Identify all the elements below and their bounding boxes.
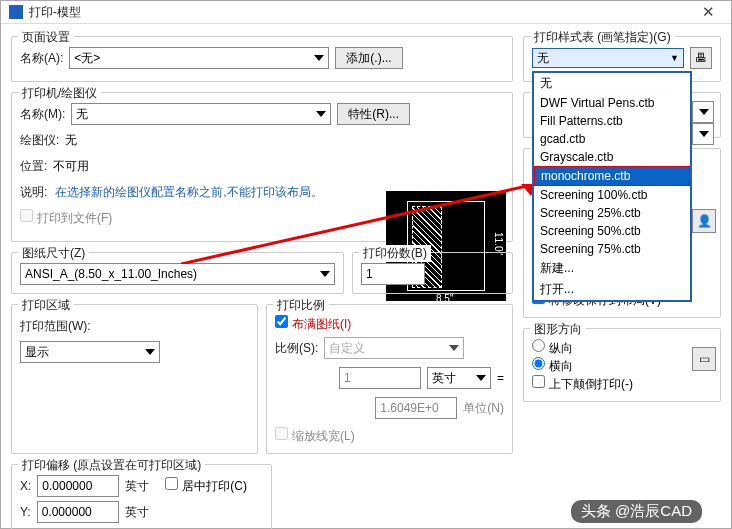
group-scale: 打印比例 布满图纸(I) 比例(S): 自定义 英寸 = 单位(N) <box>266 304 513 454</box>
scale-legend: 打印比例 <box>273 297 329 314</box>
offset-y-input[interactable] <box>37 501 119 523</box>
orient-legend: 图形方向 <box>530 321 586 338</box>
offset-x-input[interactable] <box>37 475 119 497</box>
shaded-select-2[interactable] <box>692 123 714 145</box>
range-label: 打印范围(W): <box>20 318 91 335</box>
style-opt-s50[interactable]: Screening 50%.ctb <box>534 222 690 240</box>
style-opt-none[interactable]: 无 <box>534 73 690 94</box>
scale-bottom-unit: 单位(N) <box>463 400 504 417</box>
location-value: 不可用 <box>53 158 89 175</box>
scale-lineweights-checkbox: 缩放线宽(L) <box>275 427 504 445</box>
plot-style-dropdown[interactable]: 无 DWF Virtual Pens.ctb Fill Patterns.ctb… <box>532 71 692 302</box>
app-logo-icon <box>9 5 23 19</box>
style-opt-s75[interactable]: Screening 75%.ctb <box>534 240 690 258</box>
plotter-value: 无 <box>65 132 77 149</box>
page-name-select[interactable]: <无> <box>69 47 329 69</box>
watermark: 头条 @浩辰CAD <box>571 500 702 523</box>
group-page-setup: 页面设置 名称(A): <无> 添加(.)... <box>11 36 513 82</box>
style-opt-gcad[interactable]: gcad.ctb <box>534 130 690 148</box>
scale-top-input <box>339 367 421 389</box>
page-setup-legend: 页面设置 <box>18 29 74 46</box>
center-plot-checkbox[interactable]: 居中打印(C) <box>165 477 247 495</box>
preview-width: 8.5" <box>436 293 453 304</box>
page-name-label: 名称(A): <box>20 50 63 67</box>
fit-to-paper-checkbox[interactable]: 布满图纸(I) <box>275 315 504 333</box>
style-opt-open[interactable]: 打开... <box>534 279 690 300</box>
scale-ratio-label: 比例(S): <box>275 340 318 357</box>
print-to-file-checkbox[interactable]: 打印到文件(F) <box>20 209 112 227</box>
style-opt-fill[interactable]: Fill Patterns.ctb <box>534 112 690 130</box>
scale-ratio-select: 自定义 <box>324 337 464 359</box>
offset-y-label: Y: <box>20 505 31 519</box>
printer-legend: 打印机/绘图仪 <box>18 85 101 102</box>
edit-style-button[interactable]: 🖶 <box>690 47 712 69</box>
offset-x-unit: 英寸 <box>125 478 149 495</box>
equals-icon: = <box>497 371 504 385</box>
copies-input[interactable] <box>361 263 425 285</box>
style-opt-dwf[interactable]: DWF Virtual Pens.ctb <box>534 94 690 112</box>
paper-legend: 图纸尺寸(Z) <box>18 245 89 262</box>
printer-name-label: 名称(M): <box>20 106 65 123</box>
printer-props-button[interactable]: 特性(R)... <box>337 103 410 125</box>
group-paper-size: 图纸尺寸(Z) ANSI_A_(8.50_x_11.00_Inches) <box>11 252 344 294</box>
location-label: 位置: <box>20 158 47 175</box>
window-title: 打印-模型 <box>29 4 694 21</box>
orientation-icon: ▭ <box>692 347 716 371</box>
close-icon[interactable]: ✕ <box>694 1 723 23</box>
desc-value: 在选择新的绘图仪配置名称之前,不能打印该布局。 <box>55 184 322 201</box>
group-plot-style: 打印样式表 (画笔指定)(G) 无▼ 🖶 无 DWF Virtual Pens.… <box>523 36 721 82</box>
plot-range-select[interactable]: 显示 <box>20 341 160 363</box>
group-printer: 打印机/绘图仪 名称(M): 无 特性(R)... 绘图仪:无 位置:不可用 说… <box>11 92 513 242</box>
paper-size-select[interactable]: ANSI_A_(8.50_x_11.00_Inches) <box>20 263 335 285</box>
style-opt-s100[interactable]: Screening 100%.ctb <box>534 186 690 204</box>
scale-bottom-input <box>375 397 457 419</box>
offset-legend: 打印偏移 (原点设置在可打印区域) <box>18 457 205 474</box>
plotter-label: 绘图仪: <box>20 132 59 149</box>
plot-style-select[interactable]: 无▼ <box>532 48 684 68</box>
style-opt-new[interactable]: 新建... <box>534 258 690 279</box>
group-copies: 打印份数(B) <box>352 252 513 294</box>
orient-portrait[interactable]: 纵向 <box>532 341 573 355</box>
stamp-icon[interactable]: 👤 <box>692 209 716 233</box>
area-legend: 打印区域 <box>18 297 74 314</box>
style-opt-gray[interactable]: Grayscale.ctb <box>534 148 690 166</box>
copies-legend: 打印份数(B) <box>359 245 431 262</box>
orient-landscape[interactable]: 横向 <box>532 359 573 373</box>
group-plot-area: 打印区域 打印范围(W): 显示 <box>11 304 258 454</box>
plot-style-legend: 打印样式表 (画笔指定)(G) <box>530 29 675 46</box>
group-offset: 打印偏移 (原点设置在可打印区域) X: 英寸 居中打印(C) Y: 英寸 <box>11 464 272 529</box>
printer-name-select[interactable]: 无 <box>71 103 331 125</box>
desc-label: 说明: <box>20 184 47 201</box>
orient-upside[interactable]: 上下颠倒打印(-) <box>532 377 633 391</box>
group-orientation: 图形方向 纵向 横向 上下颠倒打印(-) ▭ <box>523 328 721 402</box>
offset-y-unit: 英寸 <box>125 504 149 521</box>
chevron-down-icon: ▼ <box>670 53 679 63</box>
shaded-select-1[interactable] <box>692 101 714 123</box>
offset-x-label: X: <box>20 479 31 493</box>
style-opt-mono[interactable]: monochrome.ctb <box>534 166 690 186</box>
add-page-setup-button[interactable]: 添加(.)... <box>335 47 402 69</box>
style-opt-s25[interactable]: Screening 25%.ctb <box>534 204 690 222</box>
scale-top-unit[interactable]: 英寸 <box>427 367 491 389</box>
